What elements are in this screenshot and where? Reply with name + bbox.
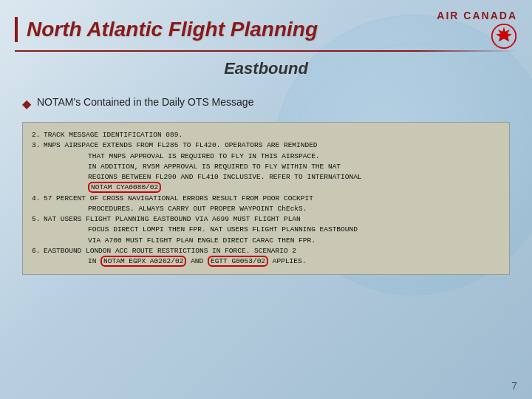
line-content: IN ADDITION, RVSM APPROVAL IS REQUIRED T… bbox=[44, 162, 500, 172]
terminal-line: 5. NAT USERS FLIGHT PLANNING EASTBOUND V… bbox=[32, 214, 500, 225]
line-content: FOCUS DIRECT LOMPI THEN FPR. NAT USERS F… bbox=[44, 225, 500, 235]
diamond-icon: ◆ bbox=[22, 97, 31, 111]
terminal-line: IN NOTAM EGPX A0262/02 AND EGTT G0053/02… bbox=[32, 256, 500, 267]
slide: North Atlantic Flight Planning AIR CANAD… bbox=[0, 0, 532, 399]
subtitle: Eastbound bbox=[0, 59, 532, 78]
title-section: North Atlantic Flight Planning bbox=[15, 17, 437, 42]
line-num bbox=[32, 172, 41, 183]
terminal-line: 3. MNPS AIRSPACE EXTENDS FROM FL285 TO F… bbox=[32, 140, 500, 151]
highlighted-notam-3: EGTT G0053/02 bbox=[208, 256, 268, 267]
terminal-line: THAT MNPS APPROVAL IS REQUIRED TO FLY IN… bbox=[32, 151, 500, 162]
terminal-line: FOCUS DIRECT LOMPI THEN FPR. NAT USERS F… bbox=[32, 225, 500, 235]
line-content: NAT USERS FLIGHT PLANNING EASTBOUND VIA … bbox=[44, 214, 500, 225]
bullet-item: ◆ NOTAM's Contained in the Daily OTS Mes… bbox=[22, 96, 510, 111]
line-content: MNPS AIRSPACE EXTENDS FROM FL285 TO FL42… bbox=[44, 140, 500, 151]
line-content: TRACK MESSAGE IDENTIFICATION 089. bbox=[44, 130, 500, 140]
title-underline bbox=[15, 50, 517, 52]
line-num: 6. bbox=[32, 246, 41, 256]
terminal-line: NOTAM CYA0080/02 bbox=[32, 183, 500, 193]
highlighted-notam-1: NOTAM CYA0080/02 bbox=[88, 182, 161, 193]
line-content: EASTBOUND LONDON ACC ROUTE RESTRICTIONS … bbox=[44, 246, 500, 256]
terminal-line: 6. EASTBOUND LONDON ACC ROUTE RESTRICTIO… bbox=[32, 246, 500, 256]
line-content: NOTAM CYA0080/02 bbox=[44, 183, 500, 193]
line-num: 4. bbox=[32, 194, 41, 204]
line-num bbox=[32, 225, 41, 235]
terminal-line: PROCEDURES. ALWAYS CARRY OUT PROPER WAYP… bbox=[32, 204, 500, 214]
line-content: IN NOTAM EGPX A0262/02 AND EGTT G0053/02… bbox=[44, 256, 500, 267]
highlighted-notam-2: NOTAM EGPX A0262/02 bbox=[100, 256, 186, 267]
air-canada-logo: AIR CANADA bbox=[437, 10, 517, 50]
page-number: 7 bbox=[511, 380, 517, 392]
line-num bbox=[32, 183, 41, 193]
terminal-line: 4. 57 PERCENT OF CROSS NAVIGATIONAL ERRO… bbox=[32, 194, 500, 204]
main-title: North Atlantic Flight Planning bbox=[15, 17, 437, 42]
line-num: 5. bbox=[32, 214, 41, 225]
line-content: 57 PERCENT OF CROSS NAVIGATIONAL ERRORS … bbox=[44, 194, 500, 204]
terminal-box: 2. TRACK MESSAGE IDENTIFICATION 089. 3. … bbox=[22, 122, 510, 275]
bullet-label: NOTAM's Contained in the Daily OTS Messa… bbox=[37, 96, 253, 108]
line-content: REGIONS BETWEEN FL290 AND FL410 INCLUSIV… bbox=[44, 172, 500, 183]
line-content: PROCEDURES. ALWAYS CARRY OUT PROPER WAYP… bbox=[44, 204, 500, 214]
terminal-line: VIA A700 MUST FLIGHT PLAN ENGLE DIRECT C… bbox=[32, 236, 500, 246]
air-canada-text: AIR CANADA bbox=[437, 10, 517, 21]
line-num bbox=[32, 256, 41, 267]
maple-leaf-icon bbox=[491, 23, 517, 50]
line-content: VIA A700 MUST FLIGHT PLAN ENGLE DIRECT C… bbox=[44, 236, 500, 246]
line-num bbox=[32, 236, 41, 246]
line-num bbox=[32, 151, 41, 162]
line-num: 3. bbox=[32, 140, 41, 151]
terminal-line: REGIONS BETWEEN FL290 AND FL410 INCLUSIV… bbox=[32, 172, 500, 183]
terminal-line: 2. TRACK MESSAGE IDENTIFICATION 089. bbox=[32, 130, 500, 140]
line-num bbox=[32, 162, 41, 172]
line-content: THAT MNPS APPROVAL IS REQUIRED TO FLY IN… bbox=[44, 151, 500, 162]
terminal-line: IN ADDITION, RVSM APPROVAL IS REQUIRED T… bbox=[32, 162, 500, 172]
bullet-section: ◆ NOTAM's Contained in the Daily OTS Mes… bbox=[22, 96, 510, 111]
line-num: 2. bbox=[32, 130, 41, 140]
line-num bbox=[32, 204, 41, 214]
